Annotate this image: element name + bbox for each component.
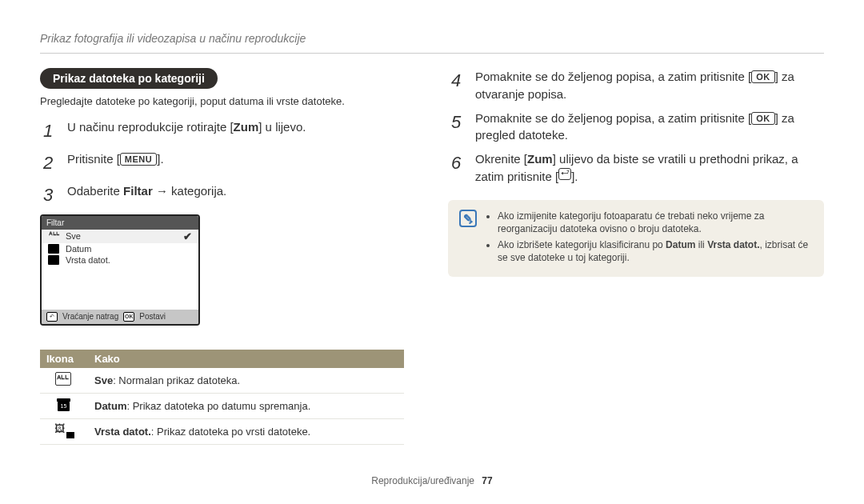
- cell-desc: Datum: Prikaz datoteka po datumu spreman…: [88, 393, 404, 418]
- step-text: Pomaknite se do željenog popisa, a zatim…: [475, 68, 824, 103]
- step-text: Odaberite Filtar → kategorija.: [67, 182, 416, 208]
- text: Ako izmijenite kategoriju fotoaparatu će…: [498, 210, 765, 234]
- step-1: 1 U načinu reprodukcije rotirajte [Zum] …: [40, 118, 416, 144]
- step-number: 6: [448, 150, 464, 186]
- back-button-icon: [558, 168, 571, 180]
- lcd-footer-text: Postavi: [139, 312, 166, 321]
- step-5: 5 Pomaknite se do željenog popisa, a zat…: [448, 110, 824, 145]
- text: ].: [571, 170, 578, 183]
- two-column-layout: Prikaz datoteka po kategoriji Pregledajt…: [40, 68, 824, 445]
- ok-mini-icon: OK: [123, 312, 134, 322]
- text: ] u lijevo.: [258, 120, 306, 134]
- bold-text: Vrsta datot.: [94, 426, 151, 438]
- step-text: U načinu reprodukcije rotirajte [Zum] u …: [67, 118, 416, 144]
- lcd-spacer: [42, 266, 198, 310]
- text: → kategorija.: [153, 184, 227, 198]
- text: : Prikaz datoteka po datumu spremanja.: [126, 400, 310, 412]
- bold-text: Sve: [94, 374, 113, 386]
- ok-button-icon: OK: [751, 112, 775, 125]
- step-number: 1: [40, 118, 56, 144]
- note-list: Ako izmijenite kategoriju fotoaparatu će…: [486, 210, 813, 268]
- th-ikona: Ikona: [40, 350, 88, 368]
- step-text: Pomaknite se do željenog popisa, a zatim…: [475, 110, 824, 145]
- filetype-icon: [55, 424, 73, 437]
- manual-page: Prikaz fotografija ili videozapisa u nač…: [0, 0, 864, 504]
- text: Ako izbrišete kategoriju klasificiranu p…: [498, 239, 666, 250]
- table-row: Sve: Normalan prikaz datoteka.: [40, 368, 404, 394]
- table-row: Datum: Prikaz datoteka po datumu spreman…: [40, 393, 404, 418]
- lcd-screenshot: Filtar Sve ✔ Datum Vrsta datot.: [40, 214, 200, 326]
- check-icon: ✔: [183, 230, 192, 242]
- step-number: 5: [448, 110, 464, 145]
- bold-text: Vrsta datot.: [707, 239, 759, 250]
- header-rule: [40, 53, 824, 54]
- page-number: 77: [482, 475, 492, 486]
- text: Odaberite: [67, 184, 123, 198]
- table-row: Vrsta datot.: Prikaz datoteka po vrsti d…: [40, 418, 404, 444]
- all-icon: [55, 373, 73, 386]
- bold-text: Zum: [527, 152, 553, 166]
- step-number: 2: [40, 150, 56, 176]
- lcd-item-datum: Datum: [42, 243, 198, 254]
- page-header: Prikaz fotografija ili videozapisa u nač…: [40, 32, 824, 45]
- table-header-row: Ikona Kako: [40, 350, 404, 368]
- lcd-footer: ↶ Vraćanje natrag OK Postavi: [42, 310, 198, 324]
- bold-text: Zum: [234, 120, 259, 134]
- text: Pomaknite se do željenog popisa, a zatim…: [475, 70, 751, 83]
- note-item: Ako izmijenite kategoriju fotoaparatu će…: [498, 210, 813, 235]
- lcd-item-sve: Sve ✔: [42, 230, 198, 243]
- right-column: 4 Pomaknite se do željenog popisa, a zat…: [448, 68, 824, 445]
- date-icon: [48, 244, 59, 254]
- lcd-item-label: Datum: [66, 244, 91, 254]
- bold-text: Datum: [666, 239, 695, 250]
- section-intro: Pregledajte datoteke po kategoriji, popu…: [40, 95, 416, 107]
- step-4: 4 Pomaknite se do željenog popisa, a zat…: [448, 68, 824, 103]
- note-callout: ✎ Ako izmijenite kategoriju fotoaparatu …: [448, 200, 824, 278]
- step-text: Okrenite [Zum] ulijevo da biste se vrati…: [475, 150, 824, 186]
- text: Okrenite [: [475, 152, 527, 166]
- text: ili: [695, 239, 707, 250]
- step-3: 3 Odaberite Filtar → kategorija.: [40, 182, 416, 208]
- lcd-footer-text: Vraćanje natrag: [62, 312, 118, 321]
- icon-legend-table: Ikona Kako Sve: Normalan prikaz datoteka…: [40, 350, 404, 445]
- text: Pritisnite [: [67, 152, 120, 166]
- note-icon: ✎: [459, 210, 477, 227]
- bold-text: Datum: [94, 400, 126, 412]
- step-2: 2 Pritisnite [MENU].: [40, 150, 416, 176]
- left-column: Prikaz datoteka po kategoriji Pregledajt…: [40, 68, 416, 445]
- text: : Normalan prikaz datoteka.: [113, 374, 240, 386]
- step-number: 4: [448, 68, 464, 103]
- lcd-menu: Sve ✔ Datum Vrsta datot.: [42, 230, 198, 266]
- cell-icon: [40, 368, 88, 394]
- text: ].: [157, 152, 163, 166]
- filetype-icon: [48, 255, 59, 265]
- lcd-item-label: Sve: [66, 231, 81, 241]
- bold-text: Filtar: [123, 184, 153, 198]
- cell-icon: [40, 418, 88, 444]
- lcd-item-label: Vrsta datot.: [66, 255, 110, 265]
- lcd-title: Filtar: [42, 216, 198, 230]
- ok-button-icon: OK: [751, 70, 775, 83]
- cell-desc: Sve: Normalan prikaz datoteka.: [88, 368, 404, 394]
- all-icon: [48, 231, 59, 241]
- text: : Prikaz datoteka po vrsti datoteke.: [151, 426, 310, 438]
- date-icon: [55, 398, 73, 411]
- menu-button-icon: MENU: [120, 153, 157, 166]
- back-mini-icon: ↶: [46, 312, 58, 322]
- step-text: Pritisnite [MENU].: [67, 150, 416, 176]
- footer-label: Reprodukcija/uređivanje: [371, 475, 474, 486]
- page-footer: Reprodukcija/uređivanje 77: [0, 475, 864, 486]
- text: U načinu reprodukcije rotirajte [: [67, 120, 234, 134]
- text: Pomaknite se do željenog popisa, a zatim…: [475, 111, 751, 125]
- step-number: 3: [40, 182, 56, 208]
- lcd-item-vrsta: Vrsta datot.: [42, 254, 198, 266]
- cell-desc: Vrsta datot.: Prikaz datoteka po vrsti d…: [88, 418, 404, 444]
- cell-icon: [40, 393, 88, 418]
- th-kako: Kako: [88, 350, 404, 368]
- note-item: Ako izbrišete kategoriju klasificiranu p…: [498, 238, 813, 264]
- section-pill: Prikaz datoteka po kategoriji: [40, 68, 218, 89]
- step-6: 6 Okrenite [Zum] ulijevo da biste se vra…: [448, 150, 824, 186]
